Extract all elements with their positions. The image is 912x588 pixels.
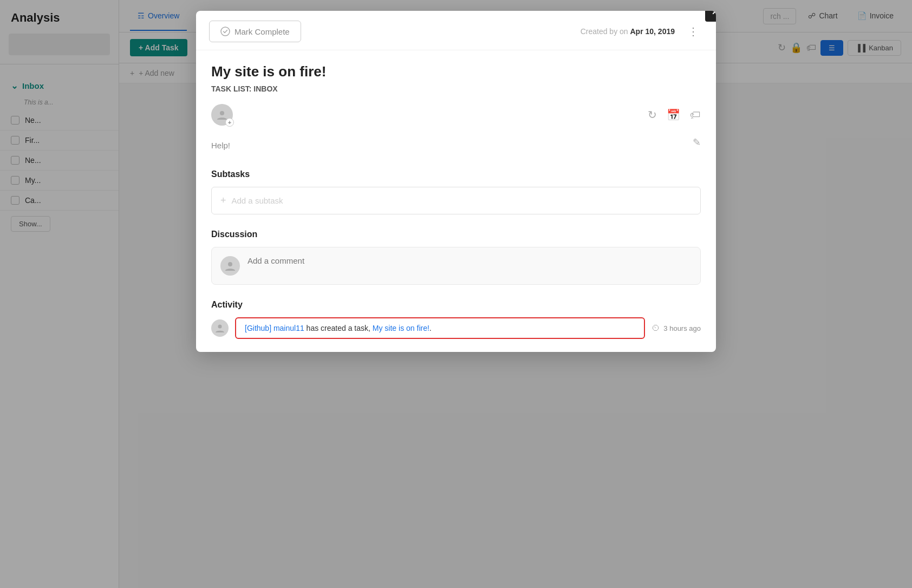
discussion-title: Discussion — [211, 230, 701, 239]
modal-header: Mark Complete Created by on Apr 10, 2019… — [196, 11, 716, 50]
modal-body: My site is on fire! Task List: INBOX + ↻… — [196, 50, 716, 352]
modal-overlay: × Mark Complete Created by on Apr 10, 20… — [0, 0, 912, 588]
assignee-avatar[interactable]: + — [211, 104, 233, 126]
mark-complete-button[interactable]: Mark Complete — [209, 21, 301, 42]
task-description: Help! — [211, 136, 701, 154]
task-title: My site is on fire! — [211, 63, 701, 80]
activity-user-avatar — [211, 319, 229, 337]
modal-header-right: Created by on Apr 10, 2019 ⋮ — [581, 23, 703, 40]
activity-text-suffix: . — [429, 324, 432, 332]
subtasks-section: Subtasks + Add a subtask — [211, 169, 701, 214]
tag-icon[interactable]: 🏷 — [690, 109, 701, 121]
activity-title: Activity — [211, 300, 701, 310]
svg-point-1 — [220, 111, 224, 115]
task-list-label: Task List: INBOX — [211, 84, 701, 93]
subtasks-title: Subtasks — [211, 169, 701, 179]
activity-text-box: [Github] mainul11 has created a task, My… — [235, 317, 645, 339]
calendar-icon[interactable]: 📅 — [667, 108, 680, 121]
svg-point-0 — [221, 27, 230, 36]
created-by-text: Created by on Apr 10, 2019 — [581, 27, 675, 36]
add-subtask-row[interactable]: + Add a subtask — [211, 187, 701, 214]
svg-point-2 — [228, 262, 232, 266]
assignee-row: + ↻ 📅 🏷 — [211, 104, 701, 126]
add-assignee-badge[interactable]: + — [225, 118, 234, 127]
comment-row — [211, 247, 701, 285]
clock-icon: ⏲ — [652, 323, 660, 333]
activity-time: ⏲ 3 hours ago — [652, 323, 701, 333]
refresh-icon[interactable]: ↻ — [648, 108, 657, 121]
activity-text-middle: has created a task, — [304, 324, 373, 332]
edit-icon[interactable]: ✎ — [693, 136, 701, 148]
activity-user-link[interactable]: [Github] mainul11 — [245, 324, 304, 332]
activity-section: Activity [Github] mainul11 has created a… — [211, 300, 701, 339]
plus-icon: + — [220, 195, 226, 206]
comment-input[interactable] — [247, 256, 692, 265]
activity-task-link[interactable]: My site is on fire! — [373, 324, 429, 332]
description-section: ✎ Help! — [211, 136, 701, 154]
more-options-button[interactable]: ⋮ — [683, 23, 703, 40]
task-detail-modal: × Mark Complete Created by on Apr 10, 20… — [196, 11, 716, 352]
person-icon — [225, 260, 236, 271]
discussion-section: Discussion — [211, 230, 701, 285]
commenter-avatar — [220, 256, 240, 276]
checkmark-icon — [220, 27, 230, 36]
svg-point-3 — [218, 325, 222, 329]
activity-row: [Github] mainul11 has created a task, My… — [211, 317, 701, 339]
task-actions: ↻ 📅 🏷 — [648, 108, 701, 121]
close-button[interactable]: × — [705, 11, 716, 22]
person-icon — [215, 323, 225, 333]
